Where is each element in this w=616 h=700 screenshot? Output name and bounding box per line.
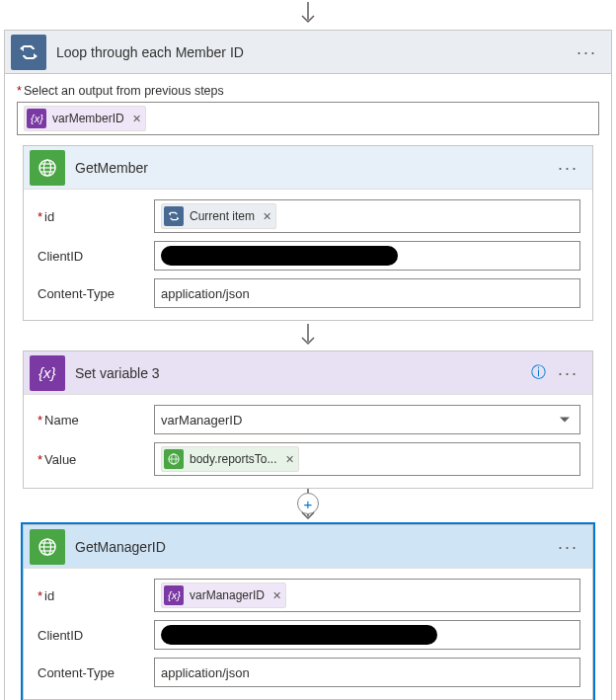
setvar-card: {x} Set variable 3 ⓘ ··· Name: [23, 350, 593, 489]
setvar-title: Set variable 3: [75, 365, 531, 381]
getmember-clientid-label: ClientID: [36, 249, 154, 264]
loop-icon: [11, 35, 46, 70]
getmanager-clientid-label: ClientID: [36, 628, 154, 643]
svg-text:{x}: {x}: [168, 589, 181, 601]
token-remove-button[interactable]: ✕: [263, 210, 271, 223]
loop-title: Loop through each Member ID: [56, 44, 577, 60]
setvar-header[interactable]: {x} Set variable 3 ⓘ ···: [24, 351, 592, 395]
help-icon[interactable]: ⓘ: [531, 363, 546, 382]
getmanager-card: GetManagerID ··· id {x}: [23, 524, 593, 700]
token-varManagerID[interactable]: {x} varManagerID ✕: [161, 583, 286, 608]
http-icon: [30, 150, 65, 186]
token-body-reportsto[interactable]: body.reportsTo... ✕: [161, 446, 299, 472]
getmember-id-field[interactable]: Current item ✕: [154, 199, 580, 233]
getmanager-id-field[interactable]: {x} varManagerID ✕: [154, 579, 580, 612]
getmanager-menu-button[interactable]: ···: [558, 538, 578, 556]
variable-icon: {x}: [30, 355, 65, 391]
setvar-menu-button[interactable]: ···: [558, 364, 578, 382]
loop-menu-button[interactable]: ···: [577, 43, 597, 61]
variable-icon: {x}: [164, 585, 184, 605]
token-label: varMemberID: [52, 112, 124, 125]
setvar-name-input[interactable]: [161, 413, 574, 428]
token-label: Current item: [190, 209, 255, 223]
getmember-title: GetMember: [75, 160, 558, 176]
loop-icon: [164, 206, 184, 226]
variable-icon: {x}: [27, 109, 46, 128]
redacted-value: [161, 246, 398, 266]
add-step-button[interactable]: +: [297, 493, 319, 514]
getmanager-header[interactable]: GetManagerID ···: [24, 525, 592, 569]
arrow-into-loop: [0, 0, 616, 30]
getmember-id-label: id: [36, 209, 154, 224]
svg-text:{x}: {x}: [38, 364, 56, 381]
getmanager-title: GetManagerID: [75, 539, 558, 555]
getmanager-contenttype-input[interactable]: [161, 665, 574, 680]
output-hint-label: Select an output from previous steps: [17, 84, 599, 98]
http-icon: [164, 449, 184, 469]
plus-icon: +: [304, 497, 313, 511]
getmember-clientid-field[interactable]: [154, 241, 580, 271]
http-icon: [30, 529, 65, 565]
getmanager-id-label: id: [36, 588, 154, 603]
setvar-name-label: Name: [36, 413, 154, 428]
loop-header[interactable]: Loop through each Member ID ···: [5, 31, 611, 74]
getmember-contenttype-label: Content-Type: [36, 286, 154, 301]
getmanager-contenttype-field[interactable]: [154, 658, 580, 687]
token-label: varManagerID: [190, 588, 265, 602]
svg-text:{x}: {x}: [31, 113, 43, 124]
token-varMemberID[interactable]: {x} varMemberID ✕: [24, 106, 146, 131]
loop-output-field[interactable]: {x} varMemberID ✕: [17, 102, 599, 135]
token-remove-button[interactable]: ✕: [285, 453, 294, 466]
setvar-name-select[interactable]: [154, 405, 580, 434]
token-remove-button[interactable]: ✕: [272, 589, 281, 602]
redacted-value: [161, 625, 437, 645]
getmanager-clientid-field[interactable]: [154, 620, 580, 650]
getmember-menu-button[interactable]: ···: [558, 159, 578, 177]
token-label: body.reportsTo...: [190, 452, 277, 466]
arrow-getmember-to-setvar: [23, 321, 593, 350]
loop-card: Loop through each Member ID ··· Select a…: [4, 30, 612, 700]
getmember-header[interactable]: GetMember ···: [24, 146, 592, 190]
token-current-item[interactable]: Current item ✕: [161, 203, 276, 229]
token-remove-button[interactable]: ✕: [132, 113, 141, 125]
getmanager-contenttype-label: Content-Type: [36, 665, 154, 680]
getmember-contenttype-input[interactable]: [161, 286, 574, 301]
setvar-value-field[interactable]: body.reportsTo... ✕: [154, 442, 580, 476]
arrow-setvar-to-getmanager: +: [23, 489, 593, 524]
getmember-card: GetMember ··· id: [23, 145, 593, 321]
getmember-contenttype-field[interactable]: [154, 278, 580, 308]
setvar-value-label: Value: [36, 452, 154, 467]
